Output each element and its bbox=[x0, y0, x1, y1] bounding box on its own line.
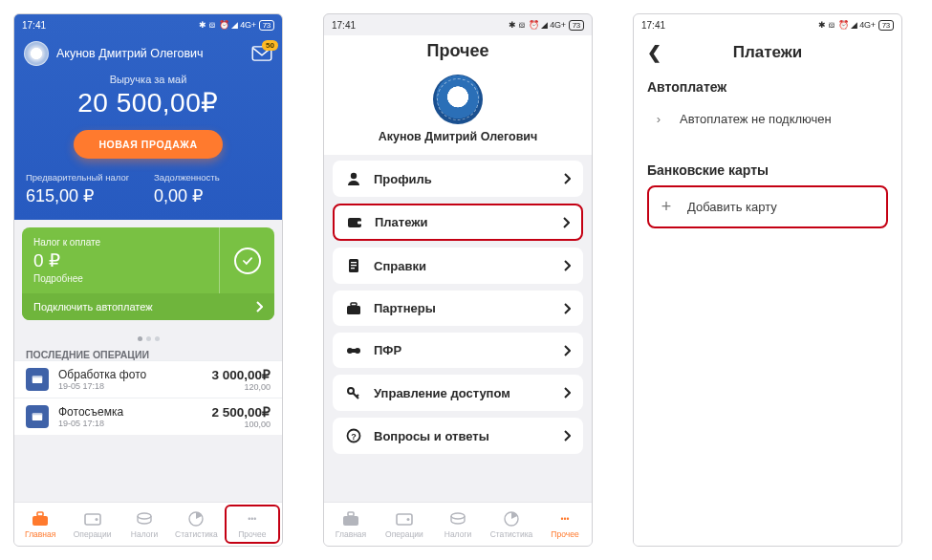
svg-point-8 bbox=[95, 518, 98, 521]
status-icons: ✱ ⦻ ⏰ ◢ 4G+ 73 bbox=[509, 20, 584, 31]
screen-home: 17:41 ✱ ⦻ ⏰ ◢ 4G+ 73 Акунов Дмитрий Олег… bbox=[13, 13, 283, 547]
op-row[interactable]: Обработка фото 19-05 17:18 3 000,00₽ 120… bbox=[14, 360, 282, 398]
svg-rect-15 bbox=[351, 262, 357, 263]
plus-icon: + bbox=[659, 197, 674, 217]
briefcase-icon bbox=[32, 510, 49, 528]
battery-icon: 73 bbox=[259, 20, 274, 31]
pre-tax-col: Предварительный налог 615,00 ₽ bbox=[26, 172, 142, 206]
home-header: Акунов Дмитрий Олегович 50 bbox=[14, 35, 282, 66]
tab-stat[interactable]: Статистика bbox=[170, 503, 222, 546]
section-autopay-title: Автоплатеж bbox=[647, 79, 888, 95]
tab-more[interactable]: ••• Прочее bbox=[225, 505, 280, 544]
menu-label: Партнеры bbox=[374, 301, 552, 315]
op-date: 19-05 17:18 bbox=[58, 419, 202, 428]
avatar[interactable] bbox=[24, 41, 49, 66]
help-icon: ? bbox=[345, 428, 362, 443]
op-row[interactable]: Фотосъемка 19-05 17:18 2 500,00₽ 100,00 bbox=[14, 398, 282, 435]
tax-card-more: Подробнее bbox=[33, 273, 207, 284]
debt-label: Задолженность bbox=[154, 172, 271, 183]
revenue-amount: 20 500,00₽ bbox=[14, 87, 282, 118]
chevron-right-icon bbox=[563, 345, 571, 356]
key-icon bbox=[345, 385, 362, 400]
recent-ops-title: ПОСЛЕДНИЕ ОПЕРАЦИИ bbox=[14, 349, 282, 360]
autopay-connect-row[interactable]: Подключить автоплатеж bbox=[22, 293, 274, 320]
tab-label: Главная bbox=[25, 529, 55, 539]
battery-icon: 73 bbox=[569, 20, 584, 31]
pager-dots bbox=[14, 320, 282, 349]
menu-item-faq[interactable]: ? Вопросы и ответы bbox=[333, 418, 583, 454]
menu-item-access[interactable]: Управление доступом bbox=[333, 375, 583, 411]
home-top-panel: 17:41 ✱ ⦻ ⏰ ◢ 4G+ 73 Акунов Дмитрий Олег… bbox=[14, 14, 282, 220]
more-icon: ••• bbox=[244, 510, 261, 528]
user-name: Акунов Дмитрий Олегович bbox=[324, 130, 592, 143]
menu-item-refs[interactable]: Справки bbox=[333, 248, 583, 284]
menu-item-partners[interactable]: Партнеры bbox=[333, 291, 583, 326]
tab-home[interactable]: Главная bbox=[14, 503, 66, 546]
status-time: 17:41 bbox=[332, 20, 356, 31]
svg-rect-4 bbox=[33, 414, 43, 416]
wallet-icon bbox=[26, 405, 49, 428]
tab-stat[interactable]: Статистика bbox=[485, 503, 538, 546]
wallet-icon bbox=[346, 216, 363, 229]
tax-columns: Предварительный налог 615,00 ₽ Задолженн… bbox=[14, 159, 282, 214]
svg-point-9 bbox=[138, 513, 151, 519]
svg-rect-7 bbox=[85, 514, 100, 525]
add-card-row[interactable]: + Добавить карту bbox=[647, 185, 888, 228]
person-icon bbox=[345, 171, 362, 186]
tab-tax[interactable]: Налоги bbox=[431, 503, 485, 546]
svg-point-29 bbox=[407, 518, 410, 521]
tab-home[interactable]: Главная bbox=[324, 503, 378, 546]
op-name: Фотосъемка bbox=[58, 405, 202, 419]
chevron-right-icon bbox=[563, 387, 571, 398]
svg-rect-5 bbox=[33, 516, 48, 526]
tab-ops[interactable]: Операции bbox=[378, 503, 431, 546]
tab-label: Главная bbox=[336, 529, 366, 539]
autopay-label: Подключить автоплатеж bbox=[33, 301, 153, 312]
pre-tax-value: 615,00 ₽ bbox=[26, 185, 142, 206]
user-name: Акунов Дмитрий Олегович bbox=[56, 47, 244, 60]
tab-label: Операции bbox=[385, 529, 423, 539]
menu-label: Управление доступом bbox=[374, 386, 552, 400]
debt-col: Задолженность 0,00 ₽ bbox=[154, 172, 271, 206]
tabbar: Главная Операции Налоги Статистика ••• П… bbox=[324, 502, 592, 546]
svg-rect-27 bbox=[348, 512, 354, 516]
revenue-label: Выручка за май bbox=[14, 74, 282, 85]
svg-rect-17 bbox=[351, 268, 355, 269]
menu-item-profile[interactable]: Профиль bbox=[333, 161, 583, 197]
chevron-right-icon bbox=[562, 217, 570, 228]
screen-payments: 17:41 ✱ ⦻ ⏰ ◢ 4G+ 73 ❮ Платежи Автоплате… bbox=[633, 13, 902, 547]
briefcase-icon bbox=[342, 510, 359, 528]
tab-tax[interactable]: Налоги bbox=[119, 503, 170, 546]
coins-icon bbox=[449, 510, 466, 528]
svg-rect-13 bbox=[358, 221, 362, 224]
chevron-right-icon bbox=[563, 303, 571, 314]
mail-button[interactable]: 50 bbox=[251, 46, 272, 61]
document-icon bbox=[345, 258, 362, 273]
tab-label: Налоги bbox=[131, 529, 159, 539]
tab-ops[interactable]: Операции bbox=[66, 503, 118, 546]
back-button[interactable]: ❮ bbox=[647, 42, 661, 63]
menu-label: Вопросы и ответы bbox=[374, 429, 552, 443]
tax-card-check bbox=[219, 227, 274, 293]
menu-item-pfr[interactable]: ПФР bbox=[333, 333, 583, 368]
tab-label: Прочее bbox=[238, 529, 266, 539]
autopay-status-row[interactable]: › Автоплатеж не подключен bbox=[647, 102, 888, 136]
pie-icon bbox=[187, 510, 205, 528]
checkmark-icon bbox=[234, 248, 261, 274]
svg-rect-2 bbox=[33, 377, 43, 378]
op-amount: 2 500,00₽ bbox=[211, 404, 271, 420]
new-sale-button[interactable]: НОВАЯ ПРОДАЖА bbox=[74, 130, 222, 159]
tab-label: Статистика bbox=[490, 529, 533, 539]
tax-card[interactable]: Налог к оплате 0 ₽ Подробнее Подключить … bbox=[22, 227, 274, 320]
menu-item-payments[interactable]: Платежи bbox=[333, 204, 583, 241]
coins-icon bbox=[136, 510, 153, 528]
svg-point-11 bbox=[351, 173, 357, 179]
tax-card-label: Налог к оплате bbox=[33, 237, 207, 248]
status-time: 17:41 bbox=[641, 20, 665, 31]
tab-label: Налоги bbox=[444, 529, 472, 539]
menu-label: Справки bbox=[374, 259, 552, 273]
tab-more[interactable]: ••• Прочее bbox=[538, 503, 592, 546]
svg-rect-22 bbox=[349, 349, 358, 353]
statusbar: 17:41 ✱ ⦻ ⏰ ◢ 4G+ 73 bbox=[634, 14, 901, 35]
screen-more: 17:41 ✱ ⦻ ⏰ ◢ 4G+ 73 Прочее Акунов Дмитр… bbox=[323, 13, 593, 547]
